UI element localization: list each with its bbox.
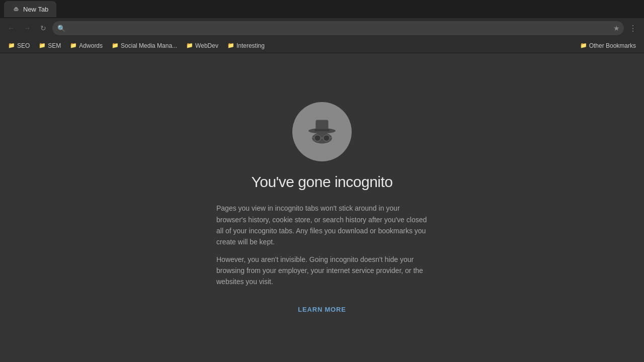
other-bookmarks[interactable]: 📁 Other Bookmarks <box>576 41 640 51</box>
incognito-paragraph2: However, you aren't invisible. Going inc… <box>216 254 428 288</box>
toolbar: ← → ↻ 🔍 ★ ⋮ <box>0 18 644 38</box>
bookmark-folder-icon: 📁 <box>8 42 15 49</box>
menu-button[interactable]: ⋮ <box>626 21 640 35</box>
reload-button[interactable]: ↻ <box>36 21 50 35</box>
active-tab[interactable]: New Tab <box>4 1 56 17</box>
learn-more-button[interactable]: LEARN MORE <box>298 306 346 313</box>
bookmark-adwords[interactable]: 📁 Adwords <box>66 41 107 51</box>
reload-icon: ↻ <box>40 24 46 32</box>
bookmark-webdev[interactable]: 📁 WebDev <box>182 41 222 51</box>
other-bookmarks-label: Other Bookmarks <box>589 42 636 49</box>
svg-point-9 <box>314 135 321 141</box>
bookmark-label: SEM <box>48 42 61 49</box>
tab-title: New Tab <box>23 6 48 13</box>
back-icon: ← <box>8 24 15 32</box>
bookmark-sem[interactable]: 📁 SEM <box>35 41 65 51</box>
bookmark-folder-icon: 📁 <box>186 42 193 49</box>
bookmark-folder-icon: 📁 <box>112 42 119 49</box>
forward-button[interactable]: → <box>20 21 34 35</box>
address-input[interactable] <box>52 21 624 35</box>
bookmark-label: WebDev <box>195 42 218 49</box>
incognito-icon-circle <box>292 102 352 161</box>
svg-point-4 <box>17 9 18 10</box>
incognito-paragraph2-block: However, you aren't invisible. Going inc… <box>216 254 428 288</box>
bookmark-folder-icon: 📁 <box>227 42 234 49</box>
bookmark-interesting[interactable]: 📁 Interesting <box>223 41 269 51</box>
back-button[interactable]: ← <box>4 21 18 35</box>
bookmark-label: Social Media Mana... <box>121 42 177 49</box>
svg-point-3 <box>15 9 16 10</box>
browser-window: New Tab ← → ↻ 🔍 ★ ⋮ 📁 SEO 📁 <box>0 0 644 362</box>
bookmark-folder-icon: 📁 <box>70 42 77 49</box>
menu-icon: ⋮ <box>629 24 637 33</box>
main-content: You've gone incognito Pages you view in … <box>0 53 644 362</box>
bookmarks-right: 📁 Other Bookmarks <box>576 41 640 51</box>
incognito-svg <box>304 114 340 150</box>
bookmarks-bar: 📁 SEO 📁 SEM 📁 Adwords 📁 Social Media Man… <box>0 38 644 53</box>
bookmark-label: Interesting <box>236 42 265 49</box>
bookmark-seo[interactable]: 📁 SEO <box>4 41 34 51</box>
svg-rect-7 <box>315 129 330 132</box>
bookmark-star-button[interactable]: ★ <box>613 24 620 32</box>
bookmark-folder-icon: 📁 <box>39 42 46 49</box>
bookmark-label: Adwords <box>79 42 103 49</box>
tab-favicon <box>12 5 20 13</box>
incognito-title: You've gone incognito <box>251 173 392 191</box>
address-bar-container: 🔍 ★ <box>52 21 624 35</box>
bookmark-label: SEO <box>17 42 30 49</box>
incognito-paragraph1: Pages you view in incognito tabs won't s… <box>216 203 428 248</box>
svg-point-10 <box>324 135 330 141</box>
tab-bar: New Tab <box>0 0 644 18</box>
incognito-paragraph1-block: Pages you view in incognito tabs won't s… <box>216 203 428 248</box>
other-bookmarks-icon: 📁 <box>580 42 587 49</box>
star-icon: ★ <box>613 24 620 32</box>
forward-icon: → <box>24 24 31 32</box>
bookmark-social-media[interactable]: 📁 Social Media Mana... <box>108 41 181 51</box>
svg-rect-2 <box>15 7 18 8</box>
